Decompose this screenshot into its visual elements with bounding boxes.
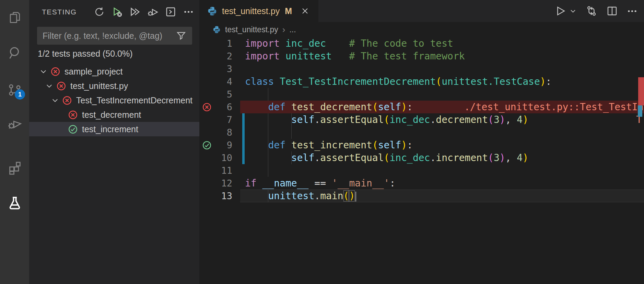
source-control-badge: 1 (15, 89, 25, 100)
tab-bar: test_unittest.py M (199, 0, 644, 22)
chevron-down-icon (569, 7, 577, 15)
code-editor[interactable]: 1import inc_dec # The code to test2impor… (199, 37, 644, 284)
split-editor-icon[interactable] (606, 5, 618, 17)
test-tree-label: test_increment (81, 124, 138, 134)
line-number: 7 (214, 113, 232, 126)
tab-test-unittest[interactable]: test_unittest.py M (199, 0, 318, 22)
code-line-7[interactable]: 7 self.assertEqual(inc_dec.decrement(3),… (199, 113, 644, 126)
code-line-13[interactable]: 13 unittest.main() (199, 190, 644, 202)
gutter-test-failed-icon[interactable] (202, 102, 215, 112)
test-filter-box (37, 27, 192, 45)
test-tree-label: sample_project (64, 67, 123, 77)
rerun-failed-tests-icon[interactable] (111, 5, 123, 18)
test-summary: 1/2 tests passed (50.0%) (38, 49, 133, 59)
run-python-file-icon[interactable] (554, 5, 577, 17)
text-cursor (355, 192, 356, 202)
code-text: self.assertEqual(inc_dec.decrement(3), 4… (245, 113, 528, 126)
code-text: if __name__ == '__main__': (245, 177, 395, 190)
git-modified-gutter-bar (242, 126, 245, 139)
inline-test-error-message[interactable]: ./test_unittest.py::Test_TestIncrementDe… (464, 101, 644, 113)
git-modified-gutter-bar (242, 151, 245, 164)
overview-ruler-error-mark (638, 77, 644, 105)
run-debug-icon[interactable] (0, 111, 29, 136)
code-line-10[interactable]: 10 self.assertEqual(inc_dec.increment(3)… (199, 151, 644, 164)
indent-guide (268, 126, 268, 139)
source-control-icon[interactable]: 1 (0, 78, 29, 102)
breadcrumb-more[interactable]: ... (289, 25, 296, 34)
test-failed-icon (55, 80, 67, 92)
run-all-tests-icon[interactable] (129, 5, 141, 18)
breadcrumb[interactable]: test_unittest.py › ... (199, 22, 644, 37)
indent-guide (268, 88, 268, 101)
code-text: self.assertEqual(inc_dec.increment(3), 4… (245, 151, 528, 164)
git-modified-gutter-bar (242, 139, 245, 151)
testing-sidebar: TESTING (29, 0, 199, 284)
more-actions-icon[interactable] (182, 5, 195, 18)
test-failed-icon (49, 66, 61, 77)
code-line-1[interactable]: 1import inc_dec # The code to test (199, 37, 644, 50)
git-modified-badge: M (285, 6, 292, 16)
editor-actions (554, 0, 638, 22)
line-number: 5 (214, 88, 232, 101)
python-file-icon (212, 25, 221, 34)
code-text: import inc_dec # The code to test (245, 37, 453, 50)
code-line-2[interactable]: 2import unittest # The test framework (199, 50, 644, 63)
close-tab-icon[interactable] (299, 5, 311, 17)
test-tree-item-test_increment[interactable]: test_increment (29, 122, 199, 136)
sidebar-title: TESTING (42, 8, 77, 16)
test-filter-input[interactable] (43, 31, 176, 41)
line-number: 9 (214, 139, 232, 151)
line-number: 13 (214, 190, 232, 202)
activity-bar: 1 (0, 0, 29, 284)
line-number: 10 (214, 151, 232, 164)
code-text: unittest.main() (245, 190, 356, 202)
breadcrumb-separator-icon: › (282, 24, 285, 35)
gutter-test-passed-icon[interactable] (202, 140, 215, 150)
chevron-down-icon[interactable] (43, 80, 55, 92)
line-number: 12 (214, 177, 232, 190)
test-tree: sample_projecttest_unittest.pyTest_TestI… (29, 64, 199, 136)
explorer-icon[interactable] (0, 5, 29, 30)
breadcrumb-file[interactable]: test_unittest.py (225, 25, 278, 34)
more-actions-icon[interactable] (627, 5, 638, 17)
test-tree-item-test_unittest.py[interactable]: test_unittest.py (29, 79, 199, 93)
code-line-5[interactable]: 5 (199, 88, 644, 101)
chevron-down-icon[interactable] (37, 65, 49, 78)
code-line-9[interactable]: 9 def test_increment(self): (199, 139, 644, 151)
line-number: 4 (214, 75, 232, 88)
testing-flask-icon[interactable] (0, 191, 29, 216)
open-changes-icon[interactable] (585, 5, 598, 17)
debug-tests-icon[interactable] (147, 5, 159, 18)
python-file-icon (207, 6, 218, 16)
code-line-8[interactable]: 8 (199, 126, 644, 139)
code-line-11[interactable]: 11 (199, 164, 644, 177)
code-text: def test_increment(self): (245, 139, 413, 151)
test-tree-label: Test_TestIncrementDecrement (75, 95, 192, 105)
code-text: def test_decrement(self):./test_unittest… (245, 101, 644, 113)
filter-funnel-icon[interactable] (176, 30, 187, 41)
code-text: import unittest # The test framework (245, 50, 465, 63)
refresh-tests-icon[interactable] (93, 5, 105, 18)
line-number: 2 (214, 50, 232, 63)
overview-ruler-modified-mark (638, 105, 642, 117)
search-icon[interactable] (0, 41, 29, 65)
indent-guide (268, 164, 268, 177)
code-line-6[interactable]: 6 def test_decrement(self):./test_unitte… (199, 101, 644, 113)
test-tree-item-sample_project[interactable]: sample_project (29, 64, 199, 79)
test-tree-item-Test_TestIncrementDecrement[interactable]: Test_TestIncrementDecrement (29, 93, 199, 107)
code-text: class Test_TestIncrementDecrement(unitte… (245, 75, 551, 88)
bracket-match: ( (343, 190, 349, 202)
chevron-down-icon[interactable] (49, 94, 61, 106)
show-test-output-icon[interactable] (164, 5, 177, 18)
code-line-12[interactable]: 12if __name__ == '__main__': (199, 177, 644, 190)
test-tree-item-test_decrement[interactable]: test_decrement (29, 107, 199, 122)
testing-toolbar (93, 5, 195, 18)
test-tree-label: test_unittest.py (70, 81, 128, 91)
extensions-icon[interactable] (0, 155, 29, 180)
code-line-3[interactable]: 3 (199, 63, 644, 75)
tab-title: test_unittest.py (222, 6, 280, 16)
indent-guide (291, 126, 292, 139)
test-passed-icon (67, 123, 79, 135)
code-line-4[interactable]: 4class Test_TestIncrementDecrement(unitt… (199, 75, 644, 88)
line-number: 1 (214, 37, 232, 50)
